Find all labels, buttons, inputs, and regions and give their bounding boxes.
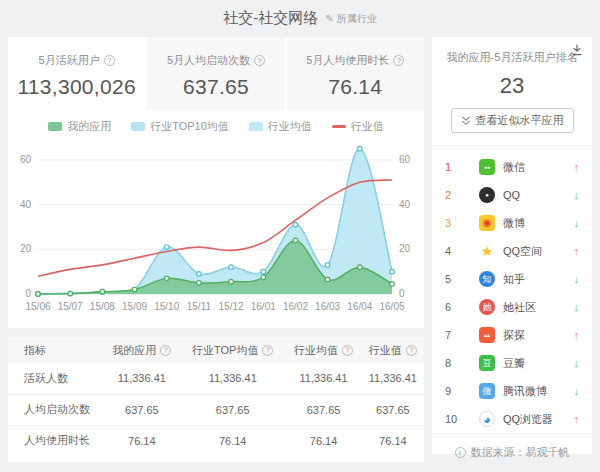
rank-number: 5 [445, 273, 479, 285]
svg-text:60: 60 [399, 154, 411, 165]
tantan-icon: ▴▴ [479, 327, 495, 343]
stat-card-active-users[interactable]: 5月活跃用户 ? 113,300,026 [8, 37, 145, 110]
app-icon-glyph: ▴▴ [484, 332, 490, 338]
cell: 637.65 [285, 394, 361, 425]
app-icon-glyph: ● [485, 192, 489, 198]
svg-text:16/03: 16/03 [315, 301, 340, 312]
legend-swatch [48, 122, 62, 131]
rank-row-6[interactable]: 6她她社区↓ [445, 293, 579, 321]
rank-row-5[interactable]: 5知知乎↓ [445, 265, 579, 293]
metrics-table: 指标 我的应用? 行业TOP均值? 行业均值? 行业值? 活跃人数 11,336… [8, 337, 424, 456]
info-icon[interactable]: ? [393, 55, 404, 66]
stat-cards: 5月活跃用户 ? 113,300,026 5月人均启动次数 ? 637.65 [8, 37, 424, 110]
app-rank-list: 1●●微信↑2●QQ↓3◉微博↓4★QQ空间↑5知知乎↓6她她社区↓7▴▴探探↑… [432, 146, 592, 433]
cell: 637.65 [362, 394, 424, 425]
info-icon[interactable]: ? [104, 55, 115, 66]
trend-down-icon: ↓ [574, 189, 580, 201]
svg-text:15/07: 15/07 [58, 301, 83, 312]
rank-row-9[interactable]: 9微腾讯微博↓ [445, 377, 579, 405]
trend-up-icon: ↑ [574, 413, 580, 425]
qzone-star-icon: ★ [479, 243, 495, 259]
legend-swatch [332, 125, 346, 128]
cell: 76.14 [180, 425, 285, 456]
svg-text:15/11: 15/11 [187, 301, 212, 312]
trend-down-icon: ↓ [574, 301, 580, 313]
rank-row-8[interactable]: 8豆豆瓣↓ [445, 349, 579, 377]
douban-icon: 豆 [479, 355, 495, 371]
stat-label: 5月人均启动次数 ? [167, 53, 265, 68]
ranking-title: 我的应用-5月活跃用户排名 [432, 50, 592, 65]
legend-item-1[interactable]: 行业TOP10均值 [131, 119, 229, 134]
legend-item-0[interactable]: 我的应用 [48, 119, 111, 134]
info-icon[interactable]: ? [342, 345, 353, 356]
info-icon[interactable]: ? [262, 345, 273, 356]
trend-down-icon: ↓ [574, 357, 580, 369]
dashboard-page: 社交-社交网络 ✎ 所属行业 5月活跃用户 ? 113,300,026 [0, 0, 600, 472]
x-axis-labels: 15/0615/0715/0815/0915/1015/1115/1216/01… [25, 301, 404, 312]
app-name: 腾讯微博 [503, 384, 547, 399]
trend-down-icon: ↓ [574, 217, 580, 229]
stat-card-avg-duration[interactable]: 5月人均使用时长 ? 76.14 [287, 37, 424, 110]
rank-row-3[interactable]: 3◉微博↓ [445, 209, 579, 237]
wechat-icon: ●● [479, 159, 495, 175]
rank-row-10[interactable]: 10◕QQ浏览器↑ [445, 405, 579, 433]
rank-number: 7 [445, 329, 479, 341]
cell: 637.65 [180, 394, 285, 425]
trend-down-icon: ↓ [574, 385, 580, 397]
trend-up-icon: ↑ [574, 161, 580, 173]
rank-row-4[interactable]: 4★QQ空间↑ [445, 237, 579, 265]
svg-text:20: 20 [20, 243, 32, 254]
cell: 76.14 [362, 425, 424, 456]
trend-up-icon: ↑ [574, 245, 580, 257]
info-icon[interactable]: ? [160, 345, 171, 356]
app-name: 探探 [503, 328, 525, 343]
legend-item-3[interactable]: 行业值 [332, 119, 384, 134]
app-name: 她社区 [503, 300, 536, 315]
stat-label-text: 5月人均使用时长 [306, 53, 389, 68]
legend-label: 行业均值 [268, 119, 312, 134]
download-button[interactable] [571, 44, 583, 56]
cell: 11,336.41 [104, 363, 180, 394]
app-name: QQ空间 [503, 244, 542, 259]
legend-item-2[interactable]: 行业均值 [249, 119, 312, 134]
cell: 11,336.41 [180, 363, 285, 394]
col-header-industry-value: 行业值? [362, 337, 424, 363]
trend-chart[interactable]: 0020204040606015/0615/0715/0815/0915/101… [8, 134, 424, 328]
main-content: 5月活跃用户 ? 113,300,026 5月人均启动次数 ? 637.65 [0, 37, 600, 462]
rank-row-2[interactable]: 2●QQ↓ [445, 181, 579, 209]
app-name: 微信 [503, 160, 525, 175]
col-header-metric: 指标 [8, 337, 104, 363]
stat-value: 76.14 [287, 75, 424, 99]
industry-link[interactable]: ✎ 所属行业 [325, 12, 376, 26]
legend-swatch [131, 122, 145, 131]
trend-panel: 5月活跃用户 ? 113,300,026 5月人均启动次数 ? 637.65 [8, 37, 424, 328]
svg-text:16/04: 16/04 [347, 301, 372, 312]
cell: 637.65 [104, 394, 180, 425]
stat-label-text: 5月活跃用户 [39, 53, 100, 68]
her-community-icon: 她 [479, 299, 495, 315]
svg-text:60: 60 [20, 154, 32, 165]
app-icon-glyph: 微 [483, 387, 492, 396]
svg-text:15/12: 15/12 [219, 301, 244, 312]
app-icon-glyph: 豆 [483, 359, 492, 368]
ranking-panel: 我的应用-5月活跃用户排名 23 查看近似水平应用 1●●微信↑2●QQ↓3◉微… [432, 37, 592, 454]
ranking-value: 23 [432, 73, 592, 99]
info-icon[interactable]: ? [254, 55, 265, 66]
info-icon[interactable]: ? [406, 345, 417, 356]
rank-row-1[interactable]: 1●●微信↑ [445, 153, 579, 181]
svg-text:16/05: 16/05 [379, 301, 404, 312]
svg-text:40: 40 [399, 199, 411, 210]
view-similar-apps-label: 查看近似水平应用 [476, 113, 564, 128]
industry-link-label: 所属行业 [337, 12, 377, 26]
app-name: 豆瓣 [503, 356, 525, 371]
col-header-industry-avg: 行业均值? [285, 337, 361, 363]
rank-row-7[interactable]: 7▴▴探探↑ [445, 321, 579, 349]
rank-number: 10 [445, 413, 479, 425]
stat-label-text: 5月人均启动次数 [167, 53, 250, 68]
app-name: 微博 [503, 216, 525, 231]
app-icon-glyph: ◕ [483, 413, 491, 426]
app-icon-glyph: 知 [483, 275, 492, 284]
data-source-footer: i 数据来源：易观千帆 [432, 433, 592, 472]
view-similar-apps-button[interactable]: 查看近似水平应用 [451, 108, 574, 133]
stat-card-avg-launches[interactable]: 5月人均启动次数 ? 637.65 [147, 37, 284, 110]
